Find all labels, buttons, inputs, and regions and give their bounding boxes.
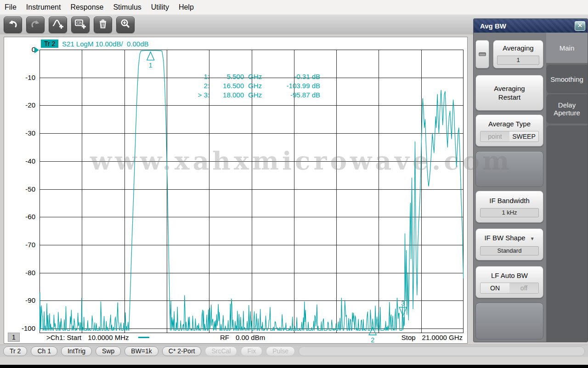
lf-auto-bw-segmented: ONoff [480, 283, 539, 294]
trace-color-dash [138, 337, 149, 338]
tabs-filler [546, 125, 588, 342]
add-channel-icon: Ch [74, 18, 86, 31]
menu-item-instrument[interactable]: Instrument [26, 3, 61, 11]
status-button-fix[interactable]: Fix [241, 346, 262, 356]
if-bw-shape-label: IF BW Shape▼ [481, 232, 538, 244]
tool-button-delete-trace[interactable] [94, 17, 112, 33]
blank-button-1 [475, 151, 543, 187]
mk-val: -95.87 dB [269, 91, 320, 100]
menu-item-file[interactable]: File [5, 3, 17, 11]
y-tick--40: -40 [9, 157, 35, 166]
status-button-pulse[interactable]: Pulse [266, 346, 295, 356]
trace-badge[interactable]: Tr 2 [41, 40, 58, 48]
if-bandwidth-label: IF Bandwidth [486, 195, 533, 206]
tool-button-redo[interactable] [26, 17, 45, 33]
stop-frequency-label: Stop21.0000 GHz [401, 333, 463, 343]
status-button-ch-1[interactable]: Ch 1 [31, 346, 57, 356]
marker-readout-row: 2:16.500GHz-103.99 dB [177, 81, 320, 91]
marker-readout: 1:5.500GHz-0.31 dB2:16.500GHz-103.99 dB>… [177, 72, 320, 100]
averaging-button[interactable]: Averaging 1 [493, 40, 543, 68]
if-bw-shape-value: Standard [480, 246, 539, 255]
marker-3-label: 3 [401, 300, 405, 307]
lf-auto-bw-button[interactable]: LF Auto BW ONoff [475, 266, 543, 298]
if-bandwidth-value: 1 kHz [480, 208, 539, 217]
add-trace-icon [52, 18, 64, 31]
rf-label: RF [220, 334, 229, 341]
status-button-c-2-port[interactable]: C* 2-Port [162, 346, 202, 356]
avg-bw-panel: Avg BW ✕ Averaging 1 Averaging Restart A… [473, 18, 588, 342]
y-tick--20: -20 [9, 101, 35, 110]
menu-item-response[interactable]: Response [70, 3, 103, 11]
status-button-srccal[interactable]: SrcCal [205, 346, 237, 356]
mk-val: -0.31 dB [269, 72, 320, 81]
menu-item-help[interactable]: Help [179, 3, 194, 11]
y-tick--100: -100 [9, 324, 35, 333]
channel-number-box[interactable]: 1 [8, 333, 20, 342]
tab-smoothing[interactable]: Smoothing [546, 65, 588, 93]
tool-button-undo[interactable] [4, 17, 22, 33]
average-type-button[interactable]: Average Type pointSWEEP [475, 114, 543, 147]
mk-unit: GHz [248, 81, 269, 91]
mk-val: -103.99 dB [269, 81, 320, 91]
average-type-option-sweep[interactable]: SWEEP [509, 131, 538, 142]
lf-auto-bw-option-on[interactable]: ON [481, 283, 509, 293]
status-button-inttrig[interactable]: IntTrig [61, 346, 92, 356]
tab-main[interactable]: Main [546, 33, 588, 63]
rf-power-label: RF0.00 dBm [220, 333, 265, 343]
averaging-restart-button[interactable]: Averaging Restart [475, 75, 543, 111]
mk-unit: GHz [248, 91, 269, 100]
tool-button-add-channel[interactable]: Ch [71, 17, 90, 33]
average-type-segmented: pointSWEEP [480, 131, 539, 142]
status-bar: Tr 2Ch 1IntTrigSwpBW=1kC* 2-PortSrcCalFi… [0, 345, 588, 357]
mk-unit: GHz [248, 72, 269, 81]
menu-item-stimulus[interactable]: Stimulus [113, 3, 141, 11]
panel-title-bar: Avg BW ✕ [474, 19, 588, 33]
panel-body: Averaging 1 Averaging Restart Average Ty… [474, 33, 588, 342]
status-empty-field [299, 346, 585, 356]
lf-auto-bw-option-off[interactable]: off [509, 283, 538, 293]
status-strip [0, 357, 588, 365]
marker-1-label: 1 [149, 62, 153, 69]
tool-button-zoom-in[interactable] [116, 17, 135, 33]
average-type-option-point[interactable]: point [481, 131, 509, 142]
y-tick--90: -90 [9, 296, 35, 305]
dropdown-arrow-icon: ▼ [530, 236, 535, 241]
marker-readout-row: 1:5.500GHz-0.31 dB [177, 72, 320, 81]
chart-footer: 1 >Ch1: Start10.0000 MHz RF0.00 dBm Stop… [4, 333, 467, 343]
marker-readout-row: > 3:18.000GHz-95.87 dB [177, 91, 320, 100]
undo-icon [7, 19, 18, 31]
mk-num: > 3: [177, 91, 209, 100]
close-icon: ✕ [577, 22, 582, 29]
y-tick--50: -50 [9, 185, 35, 194]
mk-freq: 5.500 [209, 72, 244, 81]
tab-delay-aperture[interactable]: Delay Aperture [546, 94, 588, 124]
stop-label: Stop [401, 334, 416, 341]
redo-icon [30, 19, 41, 31]
status-button-bw-1k[interactable]: BW=1k [124, 346, 158, 356]
svg-text:Ch: Ch [76, 21, 82, 25]
if-bw-shape-button[interactable]: IF BW Shape▼ Standard [475, 228, 543, 260]
averaging-restart-label: Averaging Restart [484, 83, 535, 102]
status-button-swp[interactable]: Swp [96, 346, 121, 356]
menu-item-utility[interactable]: Utility [151, 3, 169, 11]
trace-format-label[interactable]: S21 LogM 10.00dB/ 0.00dB [62, 40, 148, 48]
zoom-in-icon [120, 18, 131, 31]
marker-1-triangle[interactable] [147, 52, 154, 60]
if-bw-shape-text: IF BW Shape [484, 234, 525, 242]
menu-bar: FileInstrumentResponseStimulusUtilityHel… [0, 0, 588, 14]
start-frequency-label: >Ch1: Start10.0000 MHz [46, 333, 129, 343]
tool-button-add-trace[interactable] [49, 17, 67, 33]
if-bandwidth-button[interactable]: IF Bandwidth 1 kHz [475, 191, 543, 223]
y-tick--10: -10 [9, 73, 35, 82]
close-button[interactable]: ✕ [575, 21, 585, 31]
averaging-toggle-button[interactable] [475, 40, 489, 68]
status-button-tr-2[interactable]: Tr 2 [3, 346, 27, 356]
average-type-label: Average Type [485, 119, 534, 129]
y-tick--80: -80 [9, 268, 35, 277]
y-tick-0: 0 [9, 45, 35, 54]
rf-value: 0.00 dBm [236, 334, 265, 341]
start-value: 10.0000 MHz [88, 334, 129, 341]
y-tick--60: -60 [9, 212, 35, 221]
reference-level-triangle[interactable] [34, 47, 39, 53]
start-label: >Ch1: Start [46, 334, 81, 341]
